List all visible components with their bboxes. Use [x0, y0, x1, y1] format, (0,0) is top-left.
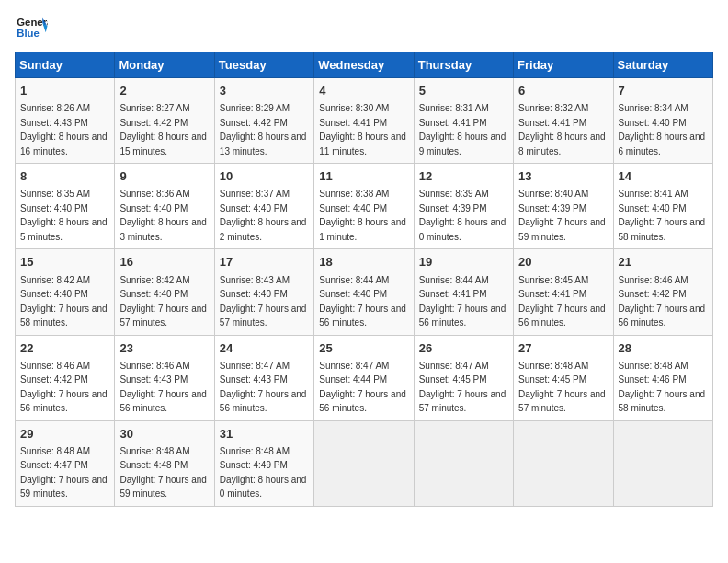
- day-detail: Sunrise: 8:46 AMSunset: 4:42 PMDaylight:…: [20, 361, 108, 414]
- day-detail: Sunrise: 8:48 AMSunset: 4:48 PMDaylight:…: [119, 446, 207, 500]
- col-header-friday: Friday: [514, 52, 613, 78]
- calendar-cell: 18Sunrise: 8:44 AMSunset: 4:40 PMDayligh…: [314, 249, 414, 335]
- day-number: 26: [419, 340, 508, 357]
- col-header-saturday: Saturday: [613, 52, 712, 78]
- calendar-cell: 25Sunrise: 8:47 AMSunset: 4:44 PMDayligh…: [314, 335, 414, 420]
- day-number: 3: [220, 83, 309, 99]
- day-detail: Sunrise: 8:48 AMSunset: 4:45 PMDaylight:…: [518, 361, 606, 414]
- day-detail: Sunrise: 8:31 AMSunset: 4:41 PMDaylight:…: [419, 103, 506, 156]
- day-detail: Sunrise: 8:42 AMSunset: 4:40 PMDaylight:…: [119, 275, 207, 328]
- calendar-cell: 4Sunrise: 8:30 AMSunset: 4:41 PMDaylight…: [314, 78, 414, 164]
- logo-icon: General Blue: [15, 15, 48, 40]
- day-detail: Sunrise: 8:44 AMSunset: 4:41 PMDaylight:…: [419, 275, 506, 328]
- logo: General Blue: [15, 15, 48, 40]
- calendar-cell: 22Sunrise: 8:46 AMSunset: 4:42 PMDayligh…: [16, 335, 115, 420]
- calendar-cell: 21Sunrise: 8:46 AMSunset: 4:42 PMDayligh…: [613, 249, 712, 335]
- calendar-cell: [314, 420, 414, 506]
- calendar-week-2: 8Sunrise: 8:35 AMSunset: 4:40 PMDaylight…: [16, 164, 713, 249]
- day-number: 21: [619, 254, 708, 270]
- day-detail: Sunrise: 8:47 AMSunset: 4:45 PMDaylight:…: [419, 361, 506, 414]
- day-detail: Sunrise: 8:42 AMSunset: 4:40 PMDaylight:…: [20, 275, 108, 328]
- day-number: 11: [319, 168, 408, 185]
- day-detail: Sunrise: 8:36 AMSunset: 4:40 PMDaylight:…: [119, 189, 207, 242]
- day-number: 20: [518, 254, 608, 270]
- day-number: 5: [419, 83, 508, 99]
- day-number: 1: [20, 83, 109, 99]
- day-detail: Sunrise: 8:48 AMSunset: 4:47 PMDaylight:…: [20, 446, 108, 500]
- day-detail: Sunrise: 8:46 AMSunset: 4:42 PMDaylight:…: [619, 275, 706, 328]
- calendar-cell: 31Sunrise: 8:48 AMSunset: 4:49 PMDayligh…: [214, 420, 313, 506]
- day-number: 29: [20, 426, 109, 442]
- day-number: 27: [518, 340, 608, 357]
- svg-text:Blue: Blue: [17, 28, 40, 39]
- day-detail: Sunrise: 8:32 AMSunset: 4:41 PMDaylight:…: [518, 103, 606, 156]
- day-number: 16: [119, 254, 209, 270]
- day-detail: Sunrise: 8:35 AMSunset: 4:40 PMDaylight:…: [20, 189, 108, 242]
- day-number: 8: [20, 168, 109, 185]
- col-header-sunday: Sunday: [16, 52, 115, 78]
- day-detail: Sunrise: 8:44 AMSunset: 4:40 PMDaylight:…: [319, 275, 406, 328]
- calendar-week-3: 15Sunrise: 8:42 AMSunset: 4:40 PMDayligh…: [16, 249, 713, 335]
- col-header-monday: Monday: [115, 52, 214, 78]
- calendar-cell: 14Sunrise: 8:41 AMSunset: 4:40 PMDayligh…: [613, 164, 712, 249]
- day-number: 19: [419, 254, 508, 270]
- day-number: 15: [20, 254, 109, 270]
- day-detail: Sunrise: 8:48 AMSunset: 4:46 PMDaylight:…: [619, 361, 706, 414]
- col-header-tuesday: Tuesday: [214, 52, 313, 78]
- day-detail: Sunrise: 8:39 AMSunset: 4:39 PMDaylight:…: [419, 189, 506, 242]
- day-number: 22: [20, 340, 109, 357]
- day-number: 7: [619, 83, 708, 99]
- day-number: 28: [619, 340, 708, 357]
- day-detail: Sunrise: 8:46 AMSunset: 4:43 PMDaylight:…: [119, 361, 207, 414]
- calendar-cell: 20Sunrise: 8:45 AMSunset: 4:41 PMDayligh…: [514, 249, 613, 335]
- calendar-cell: 15Sunrise: 8:42 AMSunset: 4:40 PMDayligh…: [16, 249, 115, 335]
- day-detail: Sunrise: 8:41 AMSunset: 4:40 PMDaylight:…: [619, 189, 706, 242]
- day-number: 31: [220, 426, 309, 442]
- day-detail: Sunrise: 8:48 AMSunset: 4:49 PMDaylight:…: [220, 446, 307, 500]
- day-number: 24: [220, 340, 309, 357]
- day-number: 30: [119, 426, 209, 442]
- calendar-cell: 27Sunrise: 8:48 AMSunset: 4:45 PMDayligh…: [514, 335, 613, 420]
- day-number: 4: [319, 83, 408, 99]
- calendar-cell: 24Sunrise: 8:47 AMSunset: 4:43 PMDayligh…: [214, 335, 313, 420]
- day-detail: Sunrise: 8:37 AMSunset: 4:40 PMDaylight:…: [220, 189, 307, 242]
- calendar-cell: 9Sunrise: 8:36 AMSunset: 4:40 PMDaylight…: [115, 164, 214, 249]
- calendar-cell: 7Sunrise: 8:34 AMSunset: 4:40 PMDaylight…: [613, 78, 712, 164]
- calendar-cell: 26Sunrise: 8:47 AMSunset: 4:45 PMDayligh…: [414, 335, 513, 420]
- day-detail: Sunrise: 8:30 AMSunset: 4:41 PMDaylight:…: [319, 103, 406, 156]
- calendar-cell: 1Sunrise: 8:26 AMSunset: 4:43 PMDaylight…: [16, 78, 115, 164]
- calendar-cell: 3Sunrise: 8:29 AMSunset: 4:42 PMDaylight…: [214, 78, 313, 164]
- calendar-header: SundayMondayTuesdayWednesdayThursdayFrid…: [16, 52, 713, 78]
- calendar-week-4: 22Sunrise: 8:46 AMSunset: 4:42 PMDayligh…: [16, 335, 713, 420]
- day-detail: Sunrise: 8:47 AMSunset: 4:43 PMDaylight:…: [220, 361, 307, 414]
- day-number: 10: [220, 168, 309, 185]
- day-number: 2: [119, 83, 209, 99]
- day-number: 6: [518, 83, 608, 99]
- calendar-cell: 10Sunrise: 8:37 AMSunset: 4:40 PMDayligh…: [214, 164, 313, 249]
- calendar-cell: 30Sunrise: 8:48 AMSunset: 4:48 PMDayligh…: [115, 420, 214, 506]
- calendar-cell: 16Sunrise: 8:42 AMSunset: 4:40 PMDayligh…: [115, 249, 214, 335]
- col-header-wednesday: Wednesday: [314, 52, 414, 78]
- day-detail: Sunrise: 8:26 AMSunset: 4:43 PMDaylight:…: [20, 103, 108, 156]
- calendar-week-1: 1Sunrise: 8:26 AMSunset: 4:43 PMDaylight…: [16, 78, 713, 164]
- calendar-cell: [414, 420, 513, 506]
- calendar-cell: 28Sunrise: 8:48 AMSunset: 4:46 PMDayligh…: [613, 335, 712, 420]
- day-number: 12: [419, 168, 508, 185]
- calendar-table: SundayMondayTuesdayWednesdayThursdayFrid…: [15, 52, 713, 507]
- calendar-cell: 8Sunrise: 8:35 AMSunset: 4:40 PMDaylight…: [16, 164, 115, 249]
- calendar-cell: 17Sunrise: 8:43 AMSunset: 4:40 PMDayligh…: [214, 249, 313, 335]
- col-header-thursday: Thursday: [414, 52, 513, 78]
- calendar-cell: [613, 420, 712, 506]
- day-detail: Sunrise: 8:27 AMSunset: 4:42 PMDaylight:…: [119, 103, 207, 156]
- day-detail: Sunrise: 8:40 AMSunset: 4:39 PMDaylight:…: [518, 189, 606, 242]
- day-number: 17: [220, 254, 309, 270]
- day-detail: Sunrise: 8:47 AMSunset: 4:44 PMDaylight:…: [319, 361, 406, 414]
- calendar-cell: 19Sunrise: 8:44 AMSunset: 4:41 PMDayligh…: [414, 249, 513, 335]
- day-number: 14: [619, 168, 708, 185]
- day-number: 23: [119, 340, 209, 357]
- day-detail: Sunrise: 8:34 AMSunset: 4:40 PMDaylight:…: [619, 103, 706, 156]
- day-detail: Sunrise: 8:29 AMSunset: 4:42 PMDaylight:…: [220, 103, 307, 156]
- day-detail: Sunrise: 8:43 AMSunset: 4:40 PMDaylight:…: [220, 275, 307, 328]
- calendar-cell: 23Sunrise: 8:46 AMSunset: 4:43 PMDayligh…: [115, 335, 214, 420]
- calendar-cell: 12Sunrise: 8:39 AMSunset: 4:39 PMDayligh…: [414, 164, 513, 249]
